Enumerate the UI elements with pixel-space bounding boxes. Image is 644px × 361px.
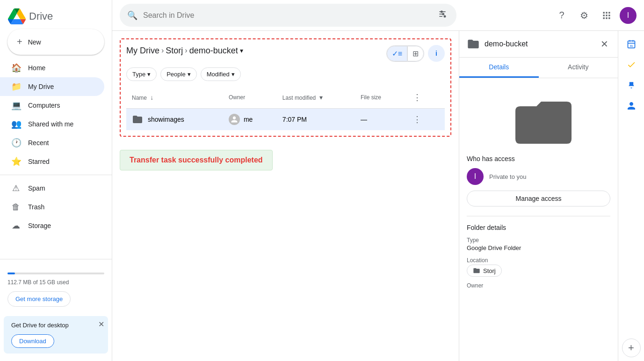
sidebar-item-recent-label: Recent <box>28 139 49 147</box>
user-avatar[interactable]: I <box>620 7 637 24</box>
svg-rect-11 <box>608 15 610 16</box>
shared-icon: 👥 <box>11 119 21 129</box>
sidebar-item-home[interactable]: 🏠 Home <box>0 59 104 77</box>
access-title: Who has access <box>467 155 610 162</box>
add-button[interactable]: + <box>622 339 641 357</box>
trash-icon: 🗑 <box>11 202 21 212</box>
people-filter[interactable]: People ▾ <box>160 67 196 81</box>
panel-header: demo-bucket ✕ <box>459 31 618 58</box>
details-section: Folder details Type Google Drive Folder … <box>467 224 610 289</box>
size-column-header: File size <box>355 87 404 109</box>
svg-point-3 <box>444 15 446 18</box>
success-banner: Transfer task successfully completed <box>120 150 273 170</box>
keep-button[interactable] <box>622 76 641 95</box>
view-toggle: ✓≡ ⊞ <box>386 45 424 62</box>
promo-close-button[interactable]: ✕ <box>98 320 104 329</box>
folder-icon <box>132 114 143 125</box>
owner-detail: Owner <box>467 282 610 289</box>
people-filter-chevron: ▾ <box>188 71 191 78</box>
sidebar-item-recent[interactable]: 🕐 Recent <box>0 133 104 152</box>
tab-details-label: Details <box>489 63 509 71</box>
info-button[interactable]: i <box>428 45 445 62</box>
grid-view-button[interactable]: ⊞ <box>407 46 424 61</box>
sidebar: Drive + New 🏠 Home 📁 My Drive 💻 Computer… <box>0 0 112 361</box>
panel-title-row: demo-bucket <box>467 37 528 51</box>
sidebar-item-computers[interactable]: 💻 Computers <box>0 96 104 115</box>
list-view-button[interactable]: ✓≡ <box>387 46 407 61</box>
location-value: Storj <box>483 267 496 274</box>
new-button[interactable]: + New <box>7 29 104 55</box>
filters-row: Type ▾ People ▾ Modified ▾ <box>126 67 445 81</box>
plus-icon: + <box>17 37 22 47</box>
settings-icon: ⚙ <box>580 10 588 21</box>
contacts-button[interactable] <box>622 96 641 115</box>
sidebar-item-spam[interactable]: ⚠ Spam <box>0 179 104 198</box>
svg-rect-12 <box>603 17 605 19</box>
row-more-button[interactable]: ⋮ <box>409 112 425 126</box>
section-divider <box>467 216 610 216</box>
name-column-header[interactable]: Name ↓ <box>126 87 223 109</box>
svg-rect-6 <box>603 12 605 13</box>
svg-point-5 <box>441 11 443 13</box>
sidebar-nav: 🏠 Home 📁 My Drive 💻 Computers 👥 Shared w… <box>0 59 112 255</box>
breadcrumb-storj[interactable]: Storj <box>166 46 183 56</box>
calendar-button[interactable]: 31 <box>622 35 641 53</box>
breadcrumb-current[interactable]: demo-bucket ▾ <box>189 46 243 56</box>
svg-rect-10 <box>606 15 607 16</box>
file-area: My Drive › Storj › demo-bucket ▾ ✓≡ <box>112 31 644 361</box>
panel-close-button[interactable]: ✕ <box>599 37 610 52</box>
storage-icon: ☁ <box>11 221 21 231</box>
sidebar-item-shared[interactable]: 👥 Shared with me <box>0 115 104 133</box>
svg-rect-13 <box>606 17 607 19</box>
settings-button[interactable]: ⚙ <box>575 6 593 25</box>
header-more-button[interactable]: ⋮ <box>409 90 425 104</box>
panel-tabs: Details Activity <box>459 58 618 78</box>
recent-icon: 🕐 <box>11 138 21 148</box>
type-filter-label: Type <box>132 71 145 78</box>
sidebar-item-trash[interactable]: 🗑 Trash <box>0 198 104 216</box>
spam-icon: ⚠ <box>11 183 21 193</box>
help-button[interactable]: ? <box>552 6 571 25</box>
search-bar: 🔍 <box>120 4 456 27</box>
tasks-button[interactable] <box>622 55 641 74</box>
get-storage-button[interactable]: Get more storage <box>7 291 71 307</box>
app-logo-container: Drive <box>0 4 112 29</box>
search-filter-button[interactable] <box>436 7 449 23</box>
modified-filter[interactable]: Modified ▾ <box>201 67 241 81</box>
dashed-selection-container: My Drive › Storj › demo-bucket ▾ ✓≡ <box>120 38 451 137</box>
manage-access-button[interactable]: Manage access <box>467 191 610 206</box>
tab-details[interactable]: Details <box>459 58 539 78</box>
owner-column-header: Owner <box>223 87 277 109</box>
type-value: Google Drive Folder <box>467 244 610 251</box>
search-input[interactable] <box>143 11 430 20</box>
contacts-icon <box>627 101 636 111</box>
access-section: Who has access I Private to you Manage a… <box>467 155 610 206</box>
svg-rect-8 <box>608 12 610 13</box>
calendar-icon: 31 <box>627 39 636 49</box>
sidebar-item-storage[interactable]: ☁ Storage <box>0 216 104 235</box>
home-icon: 🏠 <box>11 63 21 73</box>
sidebar-item-my-drive[interactable]: 📁 My Drive <box>0 77 104 96</box>
download-button[interactable]: Download <box>11 334 54 348</box>
breadcrumb-dropdown-icon: ▾ <box>240 47 243 54</box>
modified-filter-chevron: ▾ <box>232 71 235 78</box>
breadcrumb-my-drive[interactable]: My Drive <box>126 46 159 56</box>
type-filter[interactable]: Type ▾ <box>126 67 157 81</box>
panel-body: Who has access I Private to you Manage a… <box>459 78 618 361</box>
tab-activity[interactable]: Activity <box>539 58 618 78</box>
table-row[interactable]: showimages me <box>126 109 445 131</box>
success-text: Transfer task successfully completed <box>130 156 263 164</box>
sidebar-item-starred[interactable]: ⭐ Starred <box>0 152 104 171</box>
storage-bar-fill <box>7 273 15 274</box>
breadcrumb-current-label: demo-bucket <box>189 46 238 56</box>
type-filter-chevron: ▾ <box>147 71 151 78</box>
actions-column-header: ⋮ <box>404 87 445 109</box>
location-chip[interactable]: Storj <box>467 265 502 277</box>
apps-button[interactable] <box>597 6 616 25</box>
app-name: Drive <box>29 10 53 22</box>
sidebar-item-computers-label: Computers <box>28 102 60 109</box>
svg-rect-14 <box>608 17 610 19</box>
folder-preview <box>467 97 610 144</box>
breadcrumb-sep-2: › <box>185 46 187 55</box>
modified-column-header[interactable]: Last modified ▾ <box>277 87 355 109</box>
